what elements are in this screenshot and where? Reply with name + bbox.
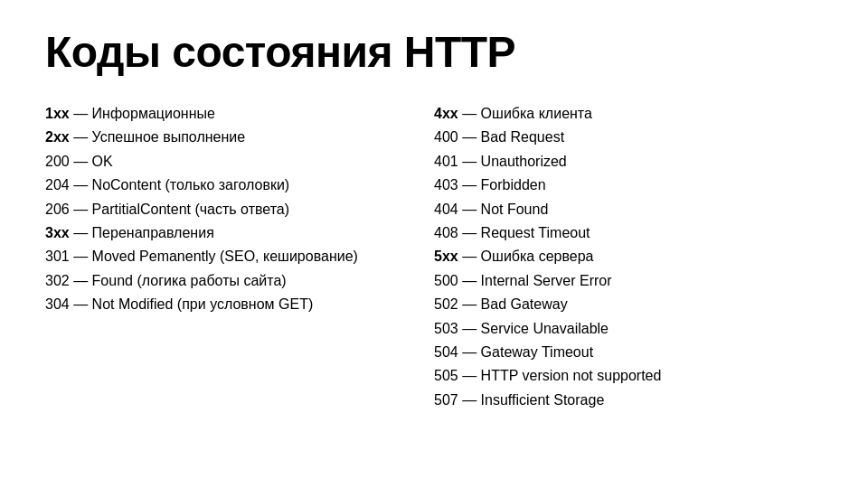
- list-item: 3xx — Перенаправления: [45, 221, 434, 245]
- list-item: 500 — Internal Server Error: [434, 269, 823, 293]
- list-item: 503 — Service Unavailable: [434, 317, 823, 341]
- list-item: 2xx — Успешное выполнение: [45, 126, 434, 149]
- list-item: 204 — NoContent (только заголовки): [45, 174, 434, 197]
- list-item: 502 — Bad Gateway: [434, 293, 823, 316]
- list-item: 404 — Not Found: [434, 198, 823, 221]
- list-item: 400 — Bad Request: [434, 126, 823, 149]
- list-item: 1xx — Информационные: [45, 102, 434, 126]
- list-item: 4xx — Ошибка клиента: [434, 102, 823, 126]
- list-item: 5xx — Ошибка сервера: [434, 245, 823, 268]
- list-item: 304 — Not Modified (при условном GET): [45, 293, 434, 316]
- main-content: 1xx — Информационные2xx — Успешное выпол…: [45, 102, 823, 412]
- list-item: 301 — Moved Pemanently (SEO, кеширование…: [45, 245, 434, 268]
- list-item: 401 — Unauthorized: [434, 150, 823, 174]
- list-item: 206 — PartitialContent (часть ответа): [45, 198, 434, 221]
- right-column: 4xx — Ошибка клиента400 — Bad Request401…: [434, 102, 823, 412]
- list-item: 504 — Gateway Timeout: [434, 341, 823, 364]
- left-column: 1xx — Информационные2xx — Успешное выпол…: [45, 102, 434, 412]
- list-item: 507 — Insufficient Storage: [434, 389, 823, 412]
- list-item: 408 — Request Timeout: [434, 221, 823, 245]
- page-title: Коды состояния HTTP: [45, 27, 823, 77]
- list-item: 403 — Forbidden: [434, 174, 823, 197]
- list-item: 505 — HTTP version not supported: [434, 364, 823, 388]
- list-item: 302 — Found (логика работы сайта): [45, 269, 434, 293]
- list-item: 200 — OK: [45, 150, 434, 174]
